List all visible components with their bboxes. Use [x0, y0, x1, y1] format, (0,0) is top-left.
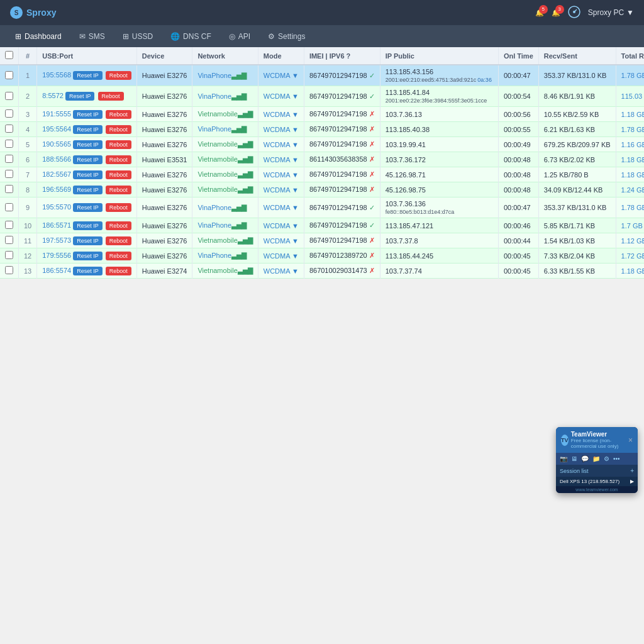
row-checkbox[interactable] [5, 125, 13, 133]
reboot-button[interactable]: Reboot [106, 236, 131, 245]
row-ip-public: 103.7.37.8 [380, 233, 498, 248]
total-link[interactable]: 1.78 GB / 483.6 MB / 2.25 GB [621, 72, 644, 79]
mode-selector[interactable]: WCDMA ▼ [264, 92, 299, 100]
total-link[interactable]: 1.18 GB / 357.13 MB / 1.53 GB [621, 171, 644, 179]
mode-selector[interactable]: WCDMA ▼ [264, 237, 299, 245]
reboot-button[interactable]: Reboot [106, 267, 131, 275]
row-checkbox[interactable] [5, 185, 13, 193]
row-checkbox[interactable] [5, 71, 13, 79]
reset-ip-button[interactable]: Reset IP [73, 186, 103, 194]
row-checkbox[interactable] [5, 155, 13, 163]
network-name: Vietnamobile [197, 236, 237, 244]
reboot-button[interactable]: Reboot [106, 71, 131, 80]
port-link[interactable]: 195:5564 [42, 125, 71, 133]
port-link[interactable]: 188:5566 [42, 155, 71, 163]
notification-bell-2[interactable]: 🔔 3 [552, 9, 560, 17]
nav-item-sms[interactable]: ✉ SMS [72, 30, 113, 43]
col-total: Total Recv/Sent/ALL [616, 47, 644, 65]
mode-selector[interactable]: WCDMA ▼ [264, 171, 299, 179]
pc-selector[interactable]: Sproxy PC ▼ [588, 8, 634, 17]
total-link[interactable]: 1.7 GB / 467.08 MB / 2.16 GB [621, 222, 644, 230]
row-checkbox[interactable] [5, 251, 13, 259]
reset-ip-button[interactable]: Reset IP [73, 236, 103, 245]
row-port: 186:5574 Reset IP Reboot [37, 264, 137, 279]
table-row: 8 196:5569 Reset IP Reboot Huawei E3276 … [0, 182, 644, 197]
row-checkbox[interactable] [5, 109, 13, 118]
mode-selector[interactable]: WCDMA ▼ [264, 111, 299, 118]
mode-selector[interactable]: WCDMA ▼ [264, 186, 299, 194]
port-link[interactable]: 182:5567 [42, 170, 71, 178]
reset-ip-button[interactable]: Reset IP [73, 252, 103, 260]
total-link[interactable]: 1.78 GB / 483.6 MB / 2.25 GB [621, 204, 644, 211]
reset-ip-button[interactable]: Reset IP [65, 92, 95, 101]
total-link[interactable]: 1.72 GB / 485.32 MB / 2.2 GB [621, 252, 644, 260]
mode-selector[interactable]: WCDMA ▼ [264, 126, 299, 133]
total-link[interactable]: 1.18 GB / 370.77 MB / 1.55 GB [621, 156, 644, 164]
total-link[interactable]: 1.24 GB / 382.97 MB / 1.62 GB [621, 186, 644, 194]
row-device: Huawei E3276 [136, 182, 192, 197]
row-checkbox[interactable] [5, 203, 13, 211]
reset-ip-button[interactable]: Reset IP [73, 110, 103, 119]
reboot-button[interactable]: Reboot [106, 252, 131, 260]
nav-item-dashboard[interactable]: ⊞ Dashboard [8, 30, 69, 43]
reboot-button[interactable]: Reboot [106, 221, 131, 230]
reset-ip-button[interactable]: Reset IP [73, 170, 103, 179]
nav-item-api[interactable]: ◎ API [221, 30, 258, 43]
total-link[interactable]: 115.03 MB / 41.02 MB / 156.06 MB [621, 92, 644, 100]
reboot-button[interactable]: Reboot [106, 203, 131, 212]
nav-label-dashboard: Dashboard [25, 32, 62, 41]
mode-selector[interactable]: WCDMA ▼ [264, 141, 299, 148]
total-link[interactable]: 1.78 GB / 481.05 MB / 2.25 GB [621, 126, 644, 133]
row-checkbox[interactable] [5, 140, 13, 148]
reset-ip-button[interactable]: Reset IP [73, 71, 103, 80]
mode-selector[interactable]: WCDMA ▼ [264, 222, 299, 230]
total-link[interactable]: 1.18 GB / 379.52 MB / 1.55 GB [621, 111, 644, 118]
reboot-button[interactable]: Reboot [106, 140, 131, 149]
total-link[interactable]: 1.12 GB / 356.18 MB / 1.46 GB [621, 237, 644, 245]
mode-selector[interactable]: WCDMA ▼ [264, 267, 299, 275]
topbar-right: 🔔 5 🔔 3 Sproxy PC ▼ [535, 6, 634, 19]
row-network: VinaPhone▃▅▇ [192, 86, 258, 107]
reboot-button[interactable]: Reboot [106, 170, 131, 179]
mode-selector[interactable]: WCDMA ▼ [264, 156, 299, 164]
mode-selector[interactable]: WCDMA ▼ [264, 72, 299, 79]
nav-item-settings[interactable]: ⚙ Settings [260, 30, 313, 43]
port-link[interactable]: 186:5571 [42, 221, 71, 229]
port-link[interactable]: 186:5574 [42, 267, 71, 274]
nav-item-dns-cf[interactable]: 🌐 DNS CF [163, 30, 219, 43]
mode-selector[interactable]: WCDMA ▼ [264, 252, 299, 260]
reset-ip-button[interactable]: Reset IP [73, 140, 103, 149]
reboot-button[interactable]: Reboot [106, 125, 131, 134]
port-link[interactable]: 191:5555 [42, 110, 71, 118]
port-link[interactable]: 8:5572 [42, 92, 64, 99]
row-checkbox[interactable] [5, 236, 13, 244]
row-checkbox[interactable] [5, 266, 13, 274]
reset-ip-button[interactable]: Reset IP [73, 125, 103, 134]
notification-bell-1[interactable]: 🔔 5 [535, 9, 544, 17]
row-checkbox[interactable] [5, 221, 13, 229]
reset-ip-button[interactable]: Reset IP [73, 155, 103, 164]
reboot-button[interactable]: Reboot [98, 92, 124, 101]
select-all-checkbox[interactable] [5, 51, 13, 59]
port-link[interactable]: 196:5569 [42, 186, 71, 193]
reset-ip-button[interactable]: Reset IP [73, 203, 103, 212]
row-checkbox-cell [0, 264, 19, 279]
reset-ip-button[interactable]: Reset IP [73, 267, 103, 275]
row-checkbox[interactable] [5, 170, 13, 178]
reboot-button[interactable]: Reboot [106, 110, 131, 119]
reboot-button[interactable]: Reboot [106, 155, 131, 164]
port-link[interactable]: 195:5568 [42, 71, 71, 79]
row-checkbox-cell [0, 152, 19, 167]
port-link[interactable]: 197:5573 [42, 236, 71, 244]
nav-item-ussd[interactable]: ⊞ USSD [115, 30, 160, 43]
total-link[interactable]: 1.18 GB / 369.70 MB / 1.55 GB [621, 267, 644, 275]
port-link[interactable]: 179:5556 [42, 252, 71, 259]
total-link[interactable]: 1.16 GB / 351.44 MB / 1.51 GB [621, 141, 644, 148]
port-link[interactable]: 195:5570 [42, 203, 71, 211]
port-link[interactable]: 190:5565 [42, 140, 71, 148]
pc-label: Sproxy PC [588, 8, 624, 17]
row-checkbox[interactable] [5, 92, 13, 100]
reboot-button[interactable]: Reboot [106, 186, 131, 194]
mode-selector[interactable]: WCDMA ▼ [264, 204, 299, 211]
reset-ip-button[interactable]: Reset IP [73, 221, 103, 230]
